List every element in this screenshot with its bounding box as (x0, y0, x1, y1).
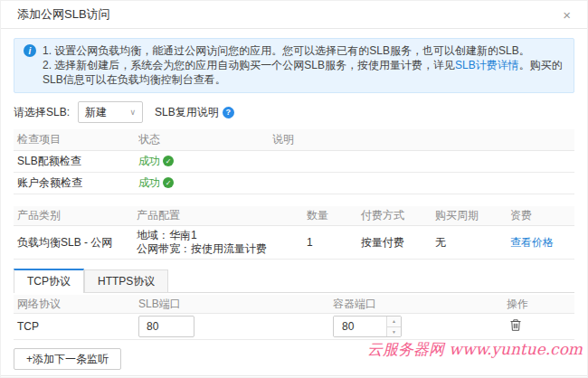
view-price-link-text[interactable]: 查看价格 (510, 236, 554, 249)
dialog-body: i 1. 设置公网负载均衡，能通过公网访问您的应用。您可以选择已有的SLB服务，… (1, 38, 587, 370)
container-port-cell: ▲ ▼ (329, 316, 503, 337)
table-row: 账户余额检查 成功✓ (14, 173, 574, 194)
banner-line-2-text: 2. 选择新创建后，系统会为您的应用自动购买一个公网SLB服务，按使用量计费，详… (43, 59, 455, 71)
col-desc: 说明 (269, 132, 574, 147)
table-row: TCP ▲ ▼ (14, 314, 574, 340)
col-period: 购买周期 (432, 208, 507, 223)
col-protocol: 网络协议 (14, 297, 135, 312)
col-product-category: 产品类别 (14, 208, 133, 223)
col-pay-type: 付费方式 (357, 208, 432, 223)
tab-tcp[interactable]: TCP协议 (14, 269, 84, 293)
product-quantity: 1 (303, 236, 357, 249)
listener-table-header: 网络协议 SLB端口 容器端口 操作 (14, 295, 574, 314)
check-item-name: SLB配额检查 (14, 154, 135, 169)
check-item-name: 账户余额检查 (14, 175, 135, 191)
dialog-header: 添加公网SLB访问 × (1, 1, 587, 29)
check-item-status: 成功✓ (135, 175, 269, 191)
config-bandwidth: 公网带宽：按使用流量计费 (137, 242, 303, 256)
table-row: SLB配额检查 成功✓ (14, 151, 574, 173)
slb-select-value: 新建 (85, 105, 107, 120)
status-text: 成功 (138, 154, 160, 169)
col-slb-port: SLB端口 (135, 297, 329, 312)
banner-line-1: 1. 设置公网负载均衡，能通过公网访问您的应用。您可以选择已有的SLB服务，也可… (43, 43, 564, 58)
col-action: 操作 (503, 297, 574, 312)
stepper-up-icon[interactable]: ▲ (387, 317, 401, 327)
slb-select-label: 请选择SLB: (14, 105, 70, 120)
product-pay-type: 按量付费 (357, 235, 432, 250)
product-category: 负载均衡SLB - 公网 (14, 235, 133, 250)
info-banner: i 1. 设置公网负载均衡，能通过公网访问您的应用。您可以选择已有的SLB服务，… (14, 38, 574, 93)
table-row: 负载均衡SLB - 公网 地域：华南1 公网带宽：按使用流量计费 1 按量付费 … (14, 226, 574, 260)
banner-text: 1. 设置公网负载均衡，能通过公网访问您的应用。您可以选择已有的SLB服务，也可… (43, 43, 564, 87)
help-icon[interactable]: ? (223, 107, 234, 118)
trash-icon (509, 318, 522, 332)
slb-select-row: 请选择SLB: 新建 ∨ SLB复用说明 ? (14, 101, 574, 123)
product-table-header: 产品类别 产品配置 数量 付费方式 购买周期 资费 (14, 206, 574, 226)
success-check-icon: ✓ (163, 177, 174, 188)
col-price: 资费 (507, 208, 574, 223)
slb-billing-link[interactable]: SLB计费详情 (455, 59, 519, 71)
slb-port-input[interactable] (138, 316, 194, 337)
product-config: 地域：华南1 公网带宽：按使用流量计费 (133, 229, 303, 256)
slb-port-cell (135, 316, 329, 337)
slb-reuse-label: SLB复用说明 (155, 105, 219, 120)
col-quantity: 数量 (303, 208, 357, 223)
stepper-down-icon[interactable]: ▼ (387, 327, 401, 337)
stepper-buttons: ▲ ▼ (386, 317, 401, 336)
protocol-tabs: TCP协议 HTTPS协议 (14, 269, 574, 293)
check-item-status: 成功✓ (135, 154, 269, 169)
check-table-header: 检查项目 状态 说明 (14, 129, 574, 151)
info-icon: i (24, 44, 36, 57)
slb-select-dropdown[interactable]: 新建 ∨ (78, 101, 143, 123)
add-listener-button[interactable]: +添加下一条监听 (14, 348, 121, 370)
success-check-icon: ✓ (163, 156, 174, 166)
col-check-item: 检查项目 (14, 132, 135, 147)
view-price-link: 查看价格 (507, 235, 574, 250)
dialog-title: 添加公网SLB访问 (17, 6, 110, 23)
banner-line-2: 2. 选择新创建后，系统会为您的应用自动购买一个公网SLB服务，按使用量计费，详… (43, 58, 564, 87)
product-table: 产品类别 产品配置 数量 付费方式 购买周期 资费 负载均衡SLB - 公网 地… (14, 206, 574, 260)
close-icon[interactable]: × (563, 8, 571, 22)
col-product-config: 产品配置 (133, 208, 303, 223)
delete-listener-button[interactable] (509, 318, 522, 332)
listener-table: 网络协议 SLB端口 容器端口 操作 TCP ▲ ▼ (14, 295, 574, 340)
product-period: 无 (432, 235, 507, 250)
chevron-down-icon: ∨ (129, 108, 136, 117)
listener-protocol: TCP (14, 320, 135, 333)
col-container-port: 容器端口 (329, 297, 503, 312)
config-region: 地域：华南1 (137, 229, 303, 242)
check-table: 检查项目 状态 说明 SLB配额检查 成功✓ 账户余额检查 成功✓ (14, 129, 574, 194)
status-text: 成功 (138, 175, 160, 191)
container-port-input[interactable] (334, 317, 386, 336)
container-port-stepper: ▲ ▼ (333, 316, 402, 337)
tab-https[interactable]: HTTPS协议 (84, 269, 168, 292)
col-status: 状态 (135, 132, 269, 147)
add-public-slb-dialog: 添加公网SLB访问 × i 1. 设置公网负载均衡，能通过公网访问您的应用。您可… (0, 0, 588, 378)
listener-action-cell (503, 318, 574, 335)
